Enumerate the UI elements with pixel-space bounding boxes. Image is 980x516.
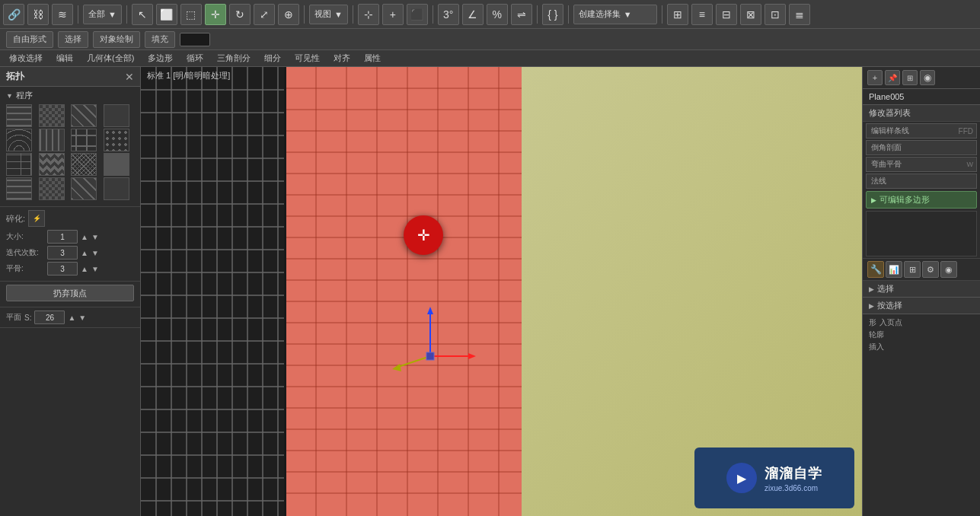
- object-paint-btn[interactable]: 对象绘制: [93, 31, 140, 48]
- percent-btn[interactable]: %: [487, 4, 508, 25]
- mat-btn[interactable]: ⊠: [740, 4, 761, 25]
- pattern-diamond2-btn[interactable]: [71, 177, 97, 200]
- menu-properties[interactable]: 属性: [358, 51, 387, 65]
- rotate-btn[interactable]: ↻: [229, 4, 251, 25]
- pattern-grid-btn[interactable]: [6, 104, 32, 127]
- panel-divider: [284, 67, 286, 516]
- flat-spinner-up[interactable]: ▲: [81, 265, 88, 273]
- tool1-btn[interactable]: ⊹: [358, 4, 379, 25]
- render-btn[interactable]: ⊞: [667, 4, 688, 25]
- object-name-field[interactable]: Plane005: [863, 89, 980, 105]
- rp-grid2-btn[interactable]: ⊞: [904, 261, 921, 278]
- transform-gizmo[interactable]: [385, 303, 476, 381]
- topology-close-btn[interactable]: ✕: [125, 71, 134, 83]
- filter-selection-section-header[interactable]: ▶ 按选择: [863, 298, 980, 314]
- menu-loop[interactable]: 循环: [180, 51, 209, 65]
- svg-line-59: [396, 356, 430, 368]
- size-spinner-up[interactable]: ▲: [81, 233, 88, 241]
- select-btn[interactable]: 选择: [58, 31, 88, 48]
- plane-spinner-up[interactable]: ▲: [68, 314, 75, 322]
- pattern-lines-btn[interactable]: [39, 129, 65, 151]
- fill-btn[interactable]: 填充: [145, 31, 175, 48]
- modifier-bevel-profile[interactable]: 倒角剖面: [866, 140, 977, 155]
- num3-btn[interactable]: 3°: [438, 4, 459, 25]
- pattern-solid-btn[interactable]: [104, 153, 129, 176]
- flat-input[interactable]: [47, 262, 78, 276]
- menu-subdivide[interactable]: 细分: [258, 51, 287, 65]
- sep3: [304, 5, 305, 24]
- selection-section-header[interactable]: ▶ 选择: [863, 281, 980, 298]
- move-indicator[interactable]: ✛: [404, 215, 443, 255]
- menu-triangulate[interactable]: 三角剖分: [211, 51, 257, 65]
- pattern-checker-btn[interactable]: [39, 104, 65, 127]
- menu-geometry[interactable]: 几何体(全部): [81, 51, 140, 65]
- abandon-vertex-btn[interactable]: 扔弃顶点: [6, 285, 134, 301]
- modifier-bend-flat[interactable]: 弯曲平骨 W: [866, 157, 977, 172]
- active-modifier-editable-poly[interactable]: ▶ 可编辑多边形: [866, 191, 977, 209]
- grid-btn[interactable]: ⊟: [716, 4, 737, 25]
- free-form-btn[interactable]: 自由形式: [6, 31, 53, 48]
- rp-gear-btn[interactable]: ⚙: [922, 261, 939, 278]
- modifier-normal[interactable]: 法线: [866, 174, 977, 189]
- curly-btn[interactable]: { }: [542, 4, 563, 25]
- pattern-diamond-btn[interactable]: [71, 104, 97, 127]
- rp-circle-btn[interactable]: ◉: [920, 70, 935, 85]
- rp-grid-btn[interactable]: ⊞: [902, 70, 918, 85]
- menu-modify-select[interactable]: 修改选择: [3, 51, 49, 65]
- select-tool-btn[interactable]: ↖: [132, 4, 153, 25]
- mirror-btn[interactable]: ⇌: [511, 4, 532, 25]
- menu-align[interactable]: 对齐: [327, 51, 356, 65]
- pattern-cross-btn[interactable]: [71, 129, 97, 151]
- pattern-grid2-btn[interactable]: [6, 177, 32, 200]
- tool3-btn[interactable]: ⬛: [407, 4, 428, 25]
- pattern-triangle-btn[interactable]: [39, 153, 65, 176]
- lasso-btn[interactable]: ⬚: [180, 4, 202, 25]
- pattern-hex2-btn[interactable]: [104, 177, 129, 200]
- unlink-btn[interactable]: ⛓: [27, 4, 49, 25]
- scale-btn[interactable]: ⤢: [254, 4, 275, 25]
- pattern-grid: [6, 104, 134, 200]
- iteration-input[interactable]: [47, 246, 78, 260]
- left-panel: 拓扑 ✕ 程序: [0, 67, 141, 516]
- rp-add-btn[interactable]: +: [867, 70, 883, 85]
- snap-btn[interactable]: ⊕: [278, 4, 299, 25]
- menu-visibility[interactable]: 可见性: [289, 51, 326, 65]
- plane-spinner-down[interactable]: ▼: [78, 314, 86, 322]
- iter-spinner-up[interactable]: ▲: [81, 249, 88, 257]
- select-all-dropdown[interactable]: 全部 ▼: [83, 5, 122, 24]
- prop-btn[interactable]: ⊡: [765, 4, 786, 25]
- rp-circle2-btn[interactable]: ◉: [940, 261, 957, 278]
- menu-polygon[interactable]: 多边形: [142, 51, 179, 65]
- select-region-btn[interactable]: ⬜: [156, 4, 177, 25]
- pattern-checker2-btn[interactable]: [39, 177, 65, 200]
- selection-set-dropdown[interactable]: 创建选择集 ▼: [573, 5, 657, 24]
- pattern-brick-btn[interactable]: [6, 153, 32, 176]
- pattern-weave-btn[interactable]: [71, 153, 97, 176]
- plane-s-input[interactable]: [34, 311, 65, 324]
- modifier-edit-spline[interactable]: 编辑样条线 FFD: [866, 123, 977, 139]
- light-btn[interactable]: ≡: [691, 4, 713, 25]
- pattern-wave-btn[interactable]: [6, 129, 32, 151]
- flat-spinner-down[interactable]: ▼: [91, 265, 99, 273]
- topology-title: 拓扑: [6, 70, 24, 83]
- extra-btn[interactable]: ≣: [789, 4, 810, 25]
- fill-color-swatch[interactable]: [180, 33, 210, 46]
- plane-row: 平面 S: ▲ ▼: [6, 311, 134, 324]
- rp-chart-btn[interactable]: 📊: [886, 261, 902, 278]
- rp-wrench-btn[interactable]: 🔧: [867, 261, 884, 278]
- pattern-dots-btn[interactable]: [104, 129, 129, 151]
- modifier-list-label[interactable]: 修改器列表: [863, 105, 980, 122]
- size-input[interactable]: [47, 230, 78, 244]
- size-spinner-down[interactable]: ▼: [91, 233, 99, 241]
- angle-btn[interactable]: ∠: [462, 4, 484, 25]
- tool2-btn[interactable]: +: [382, 4, 404, 25]
- link-btn[interactable]: 🔗: [3, 4, 24, 25]
- rp-pin-btn[interactable]: 📌: [885, 70, 900, 85]
- bind-btn[interactable]: ≋: [52, 4, 73, 25]
- move-btn[interactable]: ✛: [205, 4, 226, 25]
- iter-spinner-down[interactable]: ▼: [91, 249, 99, 257]
- watermark: ▶ 溜溜自学 zixue.3d66.com: [694, 448, 854, 508]
- menu-edit[interactable]: 编辑: [50, 51, 79, 65]
- pattern-hex-btn[interactable]: [104, 104, 129, 127]
- view-dropdown[interactable]: 视图 ▼: [309, 5, 348, 24]
